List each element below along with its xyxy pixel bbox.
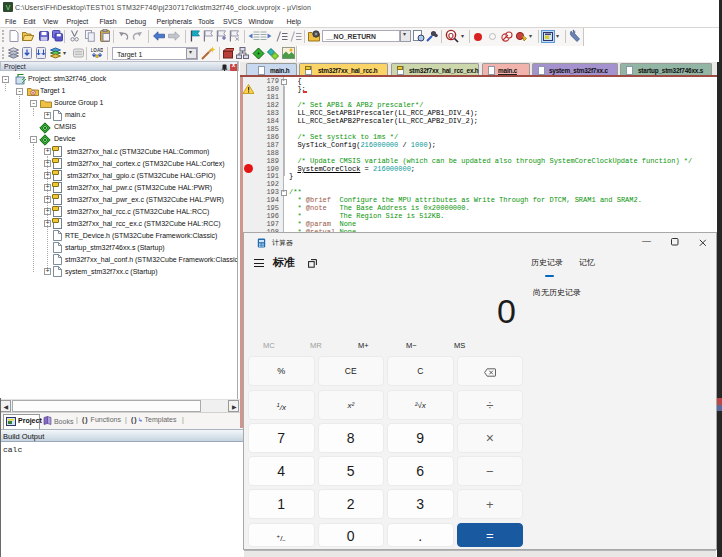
svg-text:Q: Q	[448, 31, 454, 40]
svg-text:LOAD: LOAD	[91, 48, 103, 53]
svg-text:V: V	[6, 4, 11, 11]
